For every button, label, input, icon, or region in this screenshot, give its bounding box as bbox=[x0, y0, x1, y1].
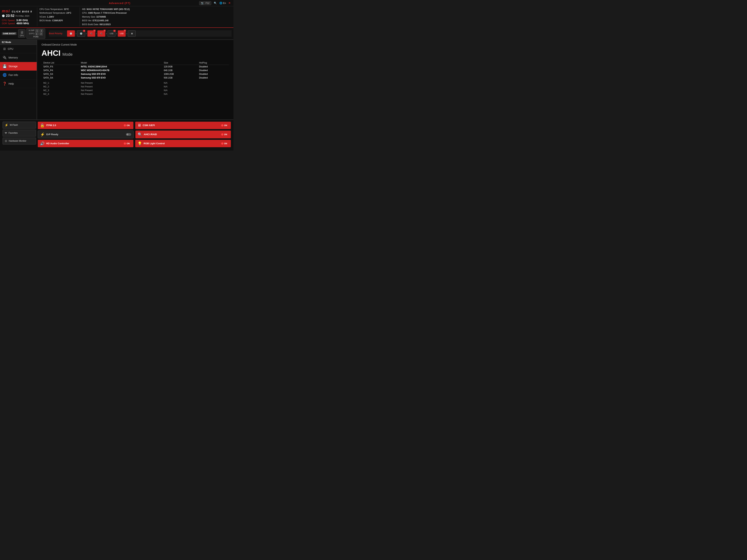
xmp-btn-2[interactable]: 2 bbox=[40, 29, 43, 32]
xmp-btn-1[interactable]: 1 bbox=[35, 29, 39, 32]
sidebar-item-cpu[interactable]: 🖥 CPU bbox=[0, 45, 37, 53]
speeds-display: CPU Speed 3.80 GHz DDR Speed 4800 MHz bbox=[2, 19, 35, 25]
sidebar-item-storage[interactable]: 💾 Storage bbox=[0, 62, 37, 71]
ahci-raid-switch[interactable]: ON bbox=[220, 133, 229, 136]
storage-sidebar-icon: 💾 bbox=[3, 64, 7, 68]
sidebar-item-memory[interactable]: 🔌 Memory bbox=[0, 53, 37, 62]
csm-icon: 🖥 bbox=[137, 123, 141, 127]
usb-icon-2: 🔌 bbox=[100, 32, 103, 35]
boost-profile[interactable]: A-XMP 1 2 EXPO 1 2 Profile bbox=[26, 28, 45, 39]
boot-device-hdd[interactable]: 💿 bbox=[67, 30, 75, 37]
sidebar-item-help[interactable]: ❓ Help bbox=[0, 79, 37, 88]
boot-device-usb1[interactable]: 🔌 U bbox=[87, 30, 95, 37]
sysinfo-area: MB: MAG X670E TOMAHAWK WIFI (MS-7E12) CP… bbox=[80, 7, 232, 26]
memory-sidebar-icon: 🔌 bbox=[3, 56, 7, 60]
expo-btn-2[interactable]: 2 bbox=[39, 33, 43, 35]
csm-switch[interactable]: ON bbox=[220, 124, 229, 127]
favorites-icon: ❤ bbox=[5, 131, 7, 135]
boot-device-usb4[interactable]: USB U bbox=[118, 30, 126, 37]
rgb-switch[interactable]: ON bbox=[220, 142, 229, 145]
rgb-icon: 💡 bbox=[137, 141, 142, 146]
ftpm-switch[interactable]: ON bbox=[122, 124, 131, 127]
bottom-section: ⚡ M-Flash ❤ Favorites ⚙ Hardware Monitor… bbox=[0, 119, 233, 151]
toggle-row-2: ⚡ ErP Ready 🔍 AHCI /RAID ON bbox=[38, 131, 231, 138]
toggle-buttons: 🔒 fTPM 2.0 ON 🖥 CSM /UEFI ON bbox=[38, 122, 231, 147]
ahci-raid-toggle[interactable]: 🔍 AHCI /RAID ON bbox=[135, 131, 231, 138]
mflash-icon: ⚡ bbox=[5, 123, 8, 127]
logo-area: msi CLICK BIOS 5 🕐 23:52 Fri 8 Mar, 2024… bbox=[2, 7, 35, 26]
globe-icon: 🌐 bbox=[220, 2, 222, 4]
erp-icon: ⚡ bbox=[40, 132, 45, 137]
time-display: 🕐 23:52 Fri 8 Mar, 2024 CPU Speed 3.80 G… bbox=[2, 14, 35, 25]
erp-switch[interactable] bbox=[126, 133, 131, 136]
table-row: M2_3: Not Present N/A bbox=[42, 88, 229, 92]
close-button[interactable]: × bbox=[228, 1, 230, 5]
hardware-monitor-icon: ⚙ bbox=[5, 139, 7, 143]
boost-cpu[interactable]: 🖥 CPU bbox=[18, 29, 25, 37]
boot-device-usb2[interactable]: 🔌 U bbox=[98, 30, 105, 37]
case-icon: 🖥 bbox=[131, 32, 133, 35]
col-hotplug: HotPlug bbox=[197, 61, 229, 65]
help-sidebar-icon: ❓ bbox=[3, 82, 7, 86]
header-bar: msi CLICK BIOS 5 🕐 23:52 Fri 8 Mar, 2024… bbox=[0, 6, 233, 28]
sidebar-item-fan-info[interactable]: 🌀 Fan Info bbox=[0, 71, 37, 79]
table-row: SATA_S3: Samsung SSD 870 EVO 1000.2GB Di… bbox=[42, 72, 229, 76]
usb-icon-1: 🔌 bbox=[90, 32, 93, 35]
table-row: M2_1: Not Present N/A bbox=[42, 81, 229, 85]
msi-logo: msi CLICK BIOS 5 bbox=[2, 9, 35, 14]
game-boost-bar: GAME BOOST 🖥 CPU A-XMP 1 2 EXPO 1 2 Prof… bbox=[2, 28, 45, 39]
rgb-toggle[interactable]: 💡 RGB Light Control ON bbox=[135, 140, 231, 147]
hd-audio-switch[interactable]: ON bbox=[122, 142, 131, 145]
boost-items: 🖥 CPU A-XMP 1 2 EXPO 1 2 Profile bbox=[18, 28, 45, 39]
toggle-row-1: 🔒 fTPM 2.0 ON 🖥 CSM /UEFI ON bbox=[38, 122, 231, 129]
toggle-row-3: 🔊 HD Audio Controller ON 💡 RGB Light Con… bbox=[38, 140, 231, 147]
ahci-icon: 🔍 bbox=[138, 132, 142, 137]
main-layout: EZ Mode 🖥 CPU 🔌 Memory 💾 Storage 🌀 Fan I… bbox=[0, 40, 233, 119]
hardware-monitor-button[interactable]: ⚙ Hardware Monitor bbox=[3, 138, 36, 144]
cpu-sidebar-icon: 🖥 bbox=[3, 47, 6, 51]
content-area: Onboard Device Current Mode AHCI Mode De… bbox=[37, 40, 233, 119]
fan-sidebar-icon: 🌀 bbox=[3, 73, 7, 77]
search-icon[interactable]: 🔍 bbox=[214, 2, 217, 4]
ftpm-toggle[interactable]: 🔒 fTPM 2.0 ON bbox=[38, 122, 133, 129]
table-row: SATA_P3: INTEL SSDSC2BW120A4 120.0GB Dis… bbox=[42, 64, 229, 69]
boot-device-cd[interactable]: 💿 U bbox=[77, 30, 85, 37]
col-model: Model bbox=[79, 61, 162, 65]
favorites-button[interactable]: ❤ Favorites bbox=[3, 130, 36, 136]
camera-icon: 📷 bbox=[201, 2, 204, 4]
hd-audio-toggle[interactable]: 🔊 HD Audio Controller ON bbox=[38, 140, 133, 147]
erp-toggle[interactable]: ⚡ ErP Ready bbox=[38, 131, 134, 138]
language-selector[interactable]: 🌐 En bbox=[220, 2, 226, 4]
ahci-label: AHCI Mode bbox=[42, 49, 229, 58]
boot-devices: 💿 › 💿 U › 🔌 U › 🔌 U › USB U › bbox=[67, 30, 136, 37]
expo-btn-1[interactable]: 1 bbox=[35, 33, 38, 35]
clock: 23:52 bbox=[6, 14, 15, 18]
screenshot-button[interactable]: 📷 : F12 bbox=[199, 1, 211, 5]
col-device-list: Device List bbox=[42, 61, 79, 65]
table-row: SATA_S4: Samsung SSD 870 EVO 500.1GB Dis… bbox=[42, 76, 229, 80]
col-size: Size bbox=[162, 61, 197, 65]
cpu-icon: 🖥 bbox=[20, 30, 24, 35]
ez-mode-header: EZ Mode bbox=[0, 40, 37, 45]
top-bar: Advanced (F7) 📷 : F12 🔍 🌐 En × bbox=[0, 0, 233, 6]
table-row: SATA_P4: WDC WD6400AAKS-65A7B 640.1GB Di… bbox=[42, 69, 229, 72]
audio-icon: 🔊 bbox=[40, 141, 45, 146]
device-table: Device List Model Size HotPlug SATA_P3: … bbox=[42, 61, 229, 96]
bottom-row: ⚡ M-Flash ❤ Favorites ⚙ Hardware Monitor… bbox=[3, 122, 231, 147]
table-row: M2_4: Not Present N/A bbox=[42, 92, 229, 96]
advanced-label: Advanced (F7) bbox=[109, 1, 130, 5]
ftpm-icon: 🔒 bbox=[40, 123, 45, 128]
cd-icon: 💿 bbox=[80, 32, 82, 35]
bottom-left-buttons: ⚡ M-Flash ❤ Favorites ⚙ Hardware Monitor bbox=[3, 122, 36, 147]
date-display: Fri 8 Mar, 2024 bbox=[16, 15, 29, 17]
top-bar-right: 📷 : F12 🔍 🌐 En × bbox=[199, 1, 230, 5]
table-row: M2_2: Not Present N/A bbox=[42, 85, 229, 88]
boot-device-usb3[interactable]: USB U bbox=[108, 30, 115, 37]
mflash-button[interactable]: ⚡ M-Flash bbox=[3, 122, 36, 129]
sidebar: EZ Mode 🖥 CPU 🔌 Memory 💾 Storage 🌀 Fan I… bbox=[0, 40, 37, 119]
onboard-mode-label: Onboard Device Current Mode bbox=[42, 43, 229, 46]
csm-toggle[interactable]: 🖥 CSM /UEFI ON bbox=[135, 122, 231, 129]
hdd-icon: 💿 bbox=[70, 32, 72, 35]
temps-area: CPU Core Temperature: 33°C Motherboard T… bbox=[37, 7, 78, 26]
boot-device-case[interactable]: 🖥 bbox=[128, 30, 136, 37]
